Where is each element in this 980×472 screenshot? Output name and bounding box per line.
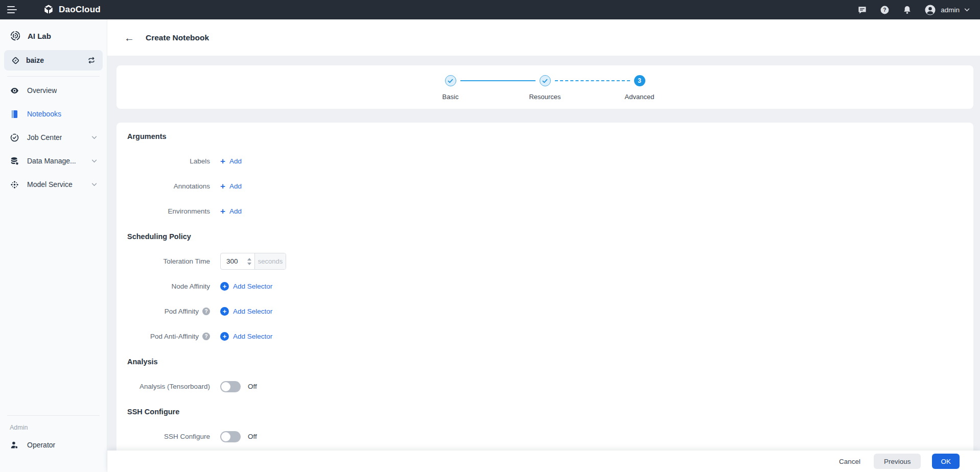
field-label: Pod Affinity (165, 308, 199, 315)
cancel-button[interactable]: Cancel (837, 454, 862, 469)
stepper: 3 Basic Resources Advanced (445, 65, 645, 109)
brand[interactable]: DaoCloud (43, 4, 101, 15)
form-row-pod-affinity: Pod Affinity ? + Add Selector (127, 299, 963, 324)
topbar: DaoCloud ? (0, 0, 980, 19)
section-title-arguments: Arguments (127, 124, 963, 149)
form-row-tensorboard: Analysis (Tensorboard) Off (127, 374, 963, 399)
wizard-footer: Cancel Previous OK (107, 451, 980, 472)
step-connector-solid (460, 80, 535, 81)
ssh-configure-toggle[interactable] (220, 431, 241, 442)
step-connector-dashed (555, 80, 630, 81)
add-environment-button[interactable]: + Add (220, 207, 242, 216)
admin-section-label: Admin (0, 416, 107, 433)
field-label: Annotations (174, 182, 210, 190)
sidebar-item-label: Job Center (27, 133, 62, 141)
toggle-state-label: Off (248, 383, 257, 390)
chevron-down-icon (91, 159, 97, 163)
database-icon (10, 156, 19, 166)
section-title-scheduling: Scheduling Policy (127, 224, 963, 249)
sidebar-item-label: Model Service (27, 180, 73, 188)
number-stepper[interactable] (244, 253, 254, 269)
sidebar-item-operator[interactable]: Operator (0, 433, 107, 457)
back-button[interactable]: ← (124, 33, 134, 43)
step-label-advanced: Advanced (625, 93, 655, 101)
sidebar-item-data-management[interactable]: Data Manage... (0, 149, 107, 173)
add-pod-affinity-selector-button[interactable]: + Add Selector (220, 307, 272, 316)
step-resources-indicator[interactable] (540, 75, 551, 86)
sidebar-divider (7, 76, 100, 77)
notebook-icon (10, 109, 19, 119)
operator-icon (10, 440, 19, 450)
chevron-down-icon (91, 136, 97, 139)
page-title: Create Notebook (146, 33, 209, 42)
sidebar-item-model-service[interactable]: Model Service (0, 173, 107, 196)
stepper-card: 3 Basic Resources Advanced (116, 65, 973, 109)
field-label: Toleration Time (163, 257, 210, 265)
content-area: 3 Basic Resources Advanced Arguments Lab… (107, 56, 980, 472)
sidebar: AI Lab baize (0, 19, 107, 472)
form-row-annotations: Annotations + Add (127, 174, 963, 199)
tensorboard-toggle[interactable] (220, 381, 241, 392)
toleration-time-input-group: seconds (220, 253, 286, 270)
form-card: Arguments Labels + Add Annotations + Add (116, 123, 973, 472)
sidebar-item-notebooks[interactable]: Notebooks (0, 102, 107, 126)
field-label: Node Affinity (171, 282, 210, 290)
menu-toggle-icon[interactable] (7, 5, 19, 14)
workspace-switch-icon[interactable] (87, 56, 96, 65)
form-row-toleration-time: Toleration Time seconds (127, 249, 963, 274)
ok-button[interactable]: OK (932, 454, 960, 469)
step-label-basic: Basic (442, 93, 459, 101)
page-header: ← Create Notebook (107, 19, 980, 56)
sidebar-admin-section: Admin Operator (0, 410, 107, 457)
plus-icon: + (220, 157, 225, 166)
help-tooltip-icon[interactable]: ? (202, 333, 210, 340)
add-annotation-button[interactable]: + Add (220, 182, 242, 191)
add-label-button[interactable]: + Add (220, 157, 242, 166)
add-pod-anti-affinity-selector-button[interactable]: + Add Selector (220, 332, 272, 341)
stepper-up-icon[interactable] (247, 258, 251, 261)
workspace-icon (11, 56, 20, 65)
sidebar-item-label: Operator (27, 441, 55, 449)
stepper-down-icon[interactable] (247, 263, 251, 265)
field-label: Pod Anti-Affinity (150, 333, 199, 340)
product-title: AI Lab (28, 32, 51, 40)
field-label: Analysis (Tensorboard) (139, 383, 210, 390)
username: admin (941, 6, 960, 14)
sidebar-item-overview[interactable]: Overview (0, 79, 107, 102)
section-title-ssh: SSH Configure (127, 399, 963, 424)
form-row-node-affinity: Node Affinity + Add Selector (127, 274, 963, 299)
product-header: AI Lab (0, 19, 107, 50)
svg-text:?: ? (883, 7, 886, 13)
section-title-analysis: Analysis (127, 349, 963, 374)
form-row-pod-anti-affinity: Pod Anti-Affinity ? + Add Selector (127, 324, 963, 349)
circle-plus-icon: + (220, 332, 229, 341)
model-service-icon (10, 180, 19, 190)
step-advanced-indicator[interactable]: 3 (634, 75, 645, 86)
toleration-time-input[interactable] (221, 253, 244, 269)
step-basic-indicator[interactable] (445, 75, 456, 86)
chevron-down-icon (91, 183, 97, 186)
sidebar-item-label: Overview (27, 86, 57, 95)
plus-icon: + (220, 207, 225, 216)
sidebar-item-label: Data Manage... (27, 157, 76, 165)
plus-icon: + (220, 182, 225, 191)
step-label-resources: Resources (529, 93, 561, 101)
add-node-affinity-selector-button[interactable]: + Add Selector (220, 282, 272, 291)
help-tooltip-icon[interactable]: ? (202, 308, 210, 315)
form-row-labels: Labels + Add (127, 149, 963, 174)
user-menu[interactable]: admin (924, 4, 970, 16)
sidebar-item-job-center[interactable]: Job Center (0, 126, 107, 149)
sidebar-item-label: Notebooks (27, 110, 61, 118)
field-label: SSH Configure (164, 433, 210, 440)
workspace-selector[interactable]: baize (4, 50, 103, 70)
workspace-name: baize (26, 56, 44, 64)
help-icon[interactable]: ? (879, 5, 890, 15)
eye-icon (10, 86, 19, 96)
previous-button[interactable]: Previous (874, 454, 921, 469)
app-window: DaoCloud ? (0, 0, 980, 472)
notification-bell-icon[interactable] (902, 5, 912, 15)
daocloud-logo-icon (43, 4, 54, 15)
message-icon[interactable] (857, 5, 867, 15)
field-label: Environments (168, 207, 210, 215)
job-center-icon (10, 133, 19, 143)
